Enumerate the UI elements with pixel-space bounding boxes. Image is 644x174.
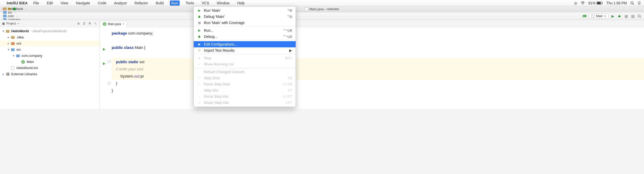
folder-icon xyxy=(11,48,15,51)
menu-view[interactable]: View xyxy=(59,1,70,6)
folder-icon xyxy=(3,11,7,14)
menu-help[interactable]: Help xyxy=(236,1,246,6)
code-line[interactable]: package com.company; xyxy=(112,30,644,37)
scroll-to-source-icon[interactable]: ⊕ xyxy=(76,21,81,26)
tree-node-helloworld[interactable]: ▾HelloWorld~/IdeaProjects/HelloWorld xyxy=(0,28,100,34)
menu-refactor[interactable]: Refactor xyxy=(133,1,150,6)
class-icon: c xyxy=(21,60,25,64)
notification-center-icon[interactable]: ☰ xyxy=(638,1,641,5)
spotlight-icon[interactable] xyxy=(630,1,634,5)
panel-settings-icon[interactable]: ✲ xyxy=(87,21,92,26)
menu-item-smart-step-into: ⇲Smart Step Into⇧F7 xyxy=(194,100,296,106)
project-panel-title[interactable]: Project xyxy=(6,22,16,25)
menu-item-edit-configurations[interactable]: ▶Edit Configurations... xyxy=(194,41,296,47)
code-editor[interactable]: ▶▶ package com.company; public class Mai… xyxy=(100,27,644,109)
editor-tabs: c Main.java × xyxy=(100,20,644,27)
edit-icon: ▶ xyxy=(197,42,201,46)
list-icon: ≡ xyxy=(197,62,201,66)
fold-handle[interactable] xyxy=(108,82,111,84)
folder-icon xyxy=(16,55,20,57)
code-line[interactable]: } xyxy=(112,80,644,87)
menu-item-run-main-with-coverage[interactable]: ▦Run 'Main' with Coverage xyxy=(194,20,296,27)
menu-item-run-main[interactable]: ▶Run 'Main'⌃R xyxy=(194,7,296,14)
code-line[interactable] xyxy=(112,51,644,58)
app-name[interactable]: IntelliJ IDEA xyxy=(7,1,28,5)
project-view-icon: ▣ xyxy=(2,22,5,25)
tree-node-main[interactable]: cMain xyxy=(0,59,100,65)
project-tree[interactable]: ▾HelloWorld~/IdeaProjects/HelloWorld▸.id… xyxy=(0,27,100,78)
menu-item-import-test-results[interactable]: ⎘Import Test Results▶ xyxy=(194,47,296,54)
stop-icon: ■ xyxy=(197,56,201,60)
breadcrumb-src[interactable]: src xyxy=(2,11,29,14)
debug-button[interactable] xyxy=(617,14,622,19)
search-everywhere-icon[interactable] xyxy=(637,14,642,19)
svg-point-6 xyxy=(618,15,620,17)
menu-run[interactable]: Run xyxy=(170,1,180,6)
menu-tools[interactable]: Tools xyxy=(184,1,196,6)
project-tool-window: ▣Project ▾ ⊕ ⇵ ✲ ⤡ ▾HelloWorld~/IdeaProj… xyxy=(0,20,100,109)
play-icon: ▶ xyxy=(197,8,201,13)
breadcrumb-com[interactable]: com xyxy=(2,14,29,18)
svg-rect-3 xyxy=(602,2,603,4)
menu-file[interactable]: File xyxy=(32,1,41,6)
macos-menubar: IntelliJ IDEA FileEditViewNavigateCodeAn… xyxy=(0,0,644,6)
update-project-icon[interactable]: ↓01 xyxy=(581,14,587,19)
stepover-icon: ↷ xyxy=(197,82,201,86)
menu-item-debug-main[interactable]: Debug 'Main'⌃D xyxy=(194,14,296,20)
menu-item-step-over: ↷Step OverF8 xyxy=(194,75,296,81)
menu-item-run[interactable]: ▶Run...⌃⌥R xyxy=(194,27,296,34)
editor: c Main.java × ▶▶ package com.company; pu… xyxy=(100,20,644,109)
code-line[interactable] xyxy=(112,37,644,44)
coverage-button[interactable]: ▦ xyxy=(624,14,629,19)
run-gutter-icon[interactable]: ▶ xyxy=(103,60,105,67)
menu-code[interactable]: Code xyxy=(96,1,108,6)
breadcrumb-helloworld[interactable]: HelloWorld xyxy=(2,7,29,11)
svg-point-14 xyxy=(198,36,200,38)
menu-analyze[interactable]: Analyze xyxy=(112,1,128,6)
code-line[interactable]: // write your cod xyxy=(112,66,644,73)
code-line[interactable]: } xyxy=(112,87,644,94)
window-title: Main.java - HelloWo xyxy=(305,7,339,11)
folder-icon xyxy=(6,30,9,33)
coverage-icon: ▦ xyxy=(197,21,201,25)
hide-panel-icon[interactable]: ⤡ xyxy=(93,21,98,26)
svg-line-11 xyxy=(640,17,641,18)
tree-node-src[interactable]: ▾src xyxy=(0,47,100,53)
creative-cloud-icon[interactable]: ◎ xyxy=(574,1,577,5)
code-line[interactable]: public class Main { xyxy=(112,44,644,51)
document-icon xyxy=(305,7,308,11)
svg-point-0 xyxy=(583,4,583,4)
tree-node-external-libraries[interactable]: ▸External Libraries xyxy=(0,71,100,77)
svg-line-5 xyxy=(633,4,634,5)
wifi-icon[interactable] xyxy=(581,2,585,5)
run-gutter-icon[interactable]: ▶ xyxy=(103,46,105,53)
clock[interactable]: Thu 1:56 PM xyxy=(606,1,627,5)
menu-build[interactable]: Build xyxy=(154,1,165,6)
tree-node-com-company[interactable]: ▾com.company xyxy=(0,53,100,59)
tree-node-helloworld-iml[interactable]: HelloWorld.iml xyxy=(0,65,100,71)
menu-vcs[interactable]: VCS xyxy=(200,1,211,6)
code-line[interactable]: System.out.pr xyxy=(112,73,644,80)
menu-item-debug[interactable]: Debug...⌃⌥D xyxy=(194,34,296,40)
menu-edit[interactable]: Edit xyxy=(45,1,54,6)
blank-icon xyxy=(197,70,201,74)
svg-point-4 xyxy=(631,2,633,4)
close-tab-icon[interactable]: × xyxy=(122,22,124,26)
tree-node-out[interactable]: ▸out xyxy=(0,40,100,47)
code-line[interactable]: public static voi xyxy=(112,58,644,66)
run-button[interactable]: ▶ xyxy=(610,14,615,19)
tree-node--idea[interactable]: ▸.idea xyxy=(0,34,100,40)
stepinto-icon: ↓ xyxy=(197,94,201,99)
run-config-selector[interactable]: Main ▾ xyxy=(589,14,609,19)
project-panel-header: ▣Project ▾ ⊕ ⇵ ✲ ⤡ xyxy=(0,20,100,27)
folder-icon xyxy=(3,7,7,10)
project-structure-icon[interactable]: ▤ xyxy=(630,14,635,19)
editor-tab-main[interactable]: c Main.java × xyxy=(100,21,127,27)
fold-handle[interactable] xyxy=(108,60,111,63)
battery-status[interactable]: 81% xyxy=(588,1,603,5)
menu-navigate[interactable]: Navigate xyxy=(74,1,91,6)
svg-rect-2 xyxy=(597,2,601,4)
window-titlebar: Main.java - HelloWo xyxy=(0,6,644,12)
menu-window[interactable]: Window xyxy=(215,1,231,6)
expand-all-icon[interactable]: ⇵ xyxy=(82,21,86,26)
